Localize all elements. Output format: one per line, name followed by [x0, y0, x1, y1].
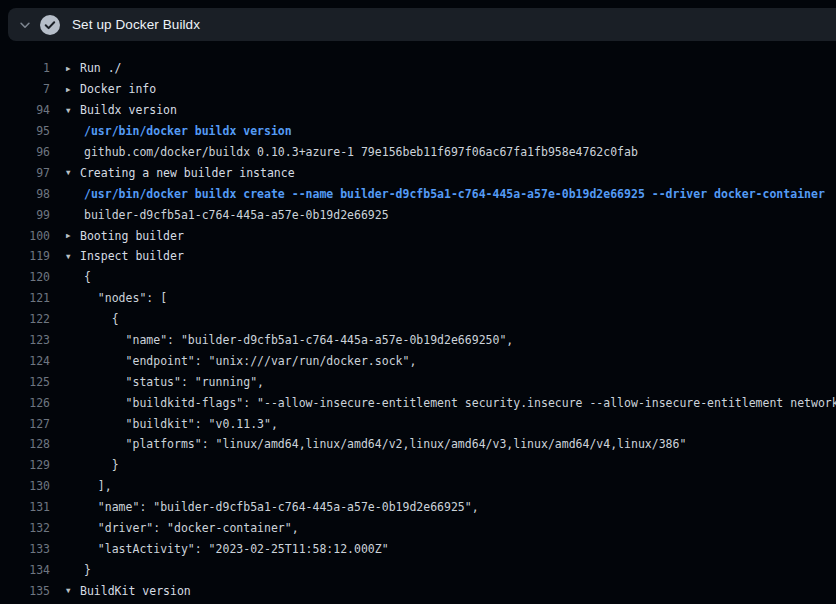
line-number[interactable]: 97	[0, 166, 50, 180]
line-number[interactable]: 98	[0, 187, 50, 201]
output-text: }	[84, 563, 91, 577]
log-group-line: 119 ▼Inspect builder	[0, 246, 836, 267]
step-header[interactable]: Set up Docker Buildx	[8, 8, 836, 41]
line-number[interactable]: 122	[0, 312, 50, 326]
log-line: 123 "name": "builder-d9cfb5a1-c764-445a-…	[0, 330, 836, 351]
output-text: }	[84, 458, 119, 472]
output-text: {	[84, 312, 119, 326]
line-number[interactable]: 123	[0, 333, 50, 347]
line-number[interactable]: 132	[0, 521, 50, 535]
output-text: "platforms": "linux/amd64,linux/amd64/v2…	[84, 437, 686, 451]
command-text: /usr/bin/docker buildx version	[84, 124, 292, 138]
group-title: Booting builder	[80, 229, 184, 243]
log-group-toggle[interactable]: ▼Buildx version	[66, 103, 177, 117]
line-number[interactable]: 121	[0, 291, 50, 305]
line-number[interactable]: 119	[0, 249, 50, 263]
line-number[interactable]: 128	[0, 437, 50, 451]
group-title: BuildKit version	[80, 584, 191, 598]
group-title: Run ./	[80, 61, 122, 75]
log-group-line: 135 ▼BuildKit version	[0, 580, 836, 601]
log-group-toggle[interactable]: ▶Docker info	[66, 82, 156, 96]
chevron-expanded-icon[interactable]: ▼	[66, 586, 80, 595]
line-number[interactable]: 135	[0, 584, 50, 598]
output-text: github.com/docker/buildx 0.10.3+azure-1 …	[84, 145, 638, 159]
chevron-expanded-icon[interactable]: ▼	[66, 168, 80, 177]
line-number[interactable]: 131	[0, 500, 50, 514]
log-group-toggle[interactable]: ▶Booting builder	[66, 229, 184, 243]
log-line: 95 /usr/bin/docker buildx version	[0, 121, 836, 142]
log-line: 96 github.com/docker/buildx 0.10.3+azure…	[0, 142, 836, 163]
log-group-toggle[interactable]: ▼BuildKit version	[66, 584, 191, 598]
log-line: 131 "name": "builder-d9cfb5a1-c764-445a-…	[0, 497, 836, 518]
chevron-collapsed-icon[interactable]: ▶	[66, 231, 80, 240]
output-text: "endpoint": "unix:///var/run/docker.sock…	[84, 354, 416, 368]
line-number[interactable]: 130	[0, 479, 50, 493]
log-line: 121 "nodes": [	[0, 288, 836, 309]
chevron-expanded-icon[interactable]: ▼	[66, 252, 80, 261]
line-number[interactable]: 134	[0, 563, 50, 577]
log-line: 122 {	[0, 309, 836, 330]
line-number[interactable]: 94	[0, 103, 50, 117]
log-group-toggle[interactable]: ▼Creating a new builder instance	[66, 166, 295, 180]
log-line: 133 "lastActivity": "2023-02-25T11:58:12…	[0, 538, 836, 559]
log-line: 120 {	[0, 267, 836, 288]
chevron-collapsed-icon[interactable]: ▶	[66, 64, 80, 73]
line-number[interactable]: 133	[0, 542, 50, 556]
log-line: 128 "platforms": "linux/amd64,linux/amd6…	[0, 434, 836, 455]
log-line: 98 /usr/bin/docker buildx create --name …	[0, 183, 836, 204]
output-text: "lastActivity": "2023-02-25T11:58:12.000…	[84, 542, 389, 556]
line-number[interactable]: 120	[0, 270, 50, 284]
output-text: {	[84, 270, 91, 284]
line-number[interactable]: 124	[0, 354, 50, 368]
log-output: 1 ▶Run ./ 7 ▶Docker info 94 ▼Buildx vers…	[0, 41, 836, 604]
log-line: 124 "endpoint": "unix:///var/run/docker.…	[0, 350, 836, 371]
log-line: 99 builder-d9cfb5a1-c764-445a-a57e-0b19d…	[0, 204, 836, 225]
line-number[interactable]: 96	[0, 145, 50, 159]
line-number[interactable]: 95	[0, 124, 50, 138]
log-group-line: 94 ▼Buildx version	[0, 100, 836, 121]
line-number[interactable]: 1	[0, 61, 50, 75]
output-text: "nodes": [	[84, 291, 167, 305]
log-group-line: 1 ▶Run ./	[0, 58, 836, 79]
line-number[interactable]: 126	[0, 396, 50, 410]
output-text: "buildkitd-flags": "--allow-insecure-ent…	[84, 396, 836, 410]
log-group-toggle[interactable]: ▶Run ./	[66, 61, 122, 75]
output-text: "status": "running",	[84, 375, 264, 389]
log-line: 125 "status": "running",	[0, 371, 836, 392]
line-number[interactable]: 7	[0, 82, 50, 96]
output-text: builder-d9cfb5a1-c764-445a-a57e-0b19d2e6…	[84, 208, 389, 222]
log-group-toggle[interactable]: ▼Inspect builder	[66, 249, 184, 263]
group-title: Docker info	[80, 82, 156, 96]
command-text: /usr/bin/docker buildx create --name bui…	[84, 187, 825, 201]
chevron-collapsed-icon[interactable]: ▶	[66, 85, 80, 94]
group-title: Buildx version	[80, 103, 177, 117]
log-group-line: 100 ▶Booting builder	[0, 225, 836, 246]
chevron-down-icon[interactable]	[17, 17, 33, 33]
line-number[interactable]: 127	[0, 417, 50, 431]
output-text: "name": "builder-d9cfb5a1-c764-445a-a57e…	[84, 333, 513, 347]
chevron-expanded-icon[interactable]: ▼	[66, 106, 80, 115]
group-title: Creating a new builder instance	[80, 166, 295, 180]
line-number[interactable]: 125	[0, 375, 50, 389]
step-title: Set up Docker Buildx	[72, 17, 200, 32]
output-text: ],	[84, 479, 112, 493]
line-number[interactable]: 129	[0, 458, 50, 472]
log-line: 129 }	[0, 455, 836, 476]
log-line: 132 "driver": "docker-container",	[0, 518, 836, 539]
log-line: 127 "buildkit": "v0.11.3",	[0, 413, 836, 434]
output-text: "driver": "docker-container",	[84, 521, 299, 535]
group-title: Inspect builder	[80, 249, 184, 263]
log-line: 126 "buildkitd-flags": "--allow-insecure…	[0, 392, 836, 413]
line-number[interactable]: 100	[0, 229, 50, 243]
log-line: 130 ],	[0, 476, 836, 497]
log-line: 134 }	[0, 559, 836, 580]
line-number[interactable]: 99	[0, 208, 50, 222]
check-circle-icon	[40, 15, 60, 35]
output-text: "name": "builder-d9cfb5a1-c764-445a-a57e…	[84, 500, 479, 514]
log-group-line: 97 ▼Creating a new builder instance	[0, 162, 836, 183]
log-group-line: 7 ▶Docker info	[0, 79, 836, 100]
output-text: "buildkit": "v0.11.3",	[84, 417, 278, 431]
